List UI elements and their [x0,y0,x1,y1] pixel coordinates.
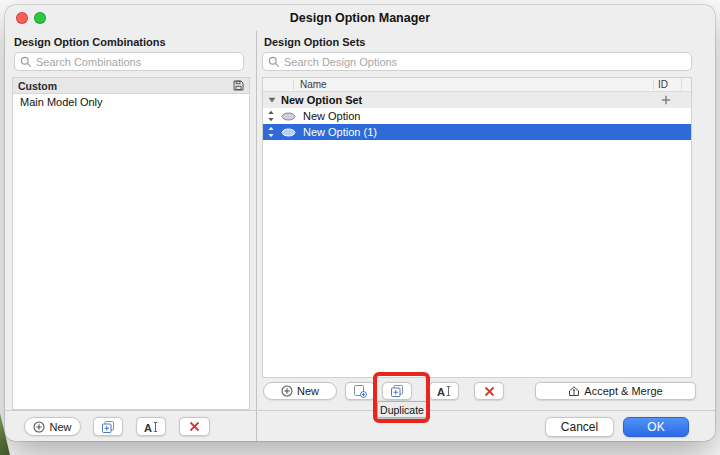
accept-merge-button[interactable]: Accept & Merge [535,382,696,400]
combinations-panel-title: Design Option Combinations [14,36,166,48]
zoom-button[interactable] [34,12,46,24]
reorder-handle-icon[interactable] [267,110,275,122]
table-row[interactable]: New Option [263,108,691,124]
options-search-field[interactable] [262,52,692,71]
titlebar: Design Option Manager [5,5,715,31]
combinations-panel: Design Option Combinations Custom Main M… [5,31,257,441]
cancel-button[interactable]: Cancel [545,417,614,437]
new-option-set-label: New [297,385,319,397]
duplicate-combination-button[interactable] [93,417,123,436]
rename-icon: A [143,421,159,433]
new-option-button[interactable] [345,382,375,400]
new-option-set-button[interactable]: New [263,382,337,400]
rename-option-button[interactable]: A [429,382,459,400]
options-search-input[interactable] [284,56,686,68]
svg-text:A: A [437,386,445,398]
table-row[interactable]: New Option Set [263,92,691,108]
sheet-plus-icon [353,384,367,398]
combinations-search-input[interactable] [36,56,238,68]
save-icon[interactable] [233,80,244,91]
combination-name: Main Model Only [20,96,103,108]
duplicate-icon [101,420,115,434]
svg-text:A: A [144,421,152,433]
search-icon [268,56,280,68]
eye-icon[interactable] [281,128,296,137]
table-row-selected[interactable]: New Option (1) [263,124,691,140]
add-option-icon[interactable] [661,95,671,105]
reorder-handle-icon[interactable] [267,126,275,138]
close-button[interactable] [16,12,28,24]
option-name: New Option (1) [303,126,655,138]
design-option-manager-window: Design Option Manager Design Option Comb… [5,5,715,441]
circle-plus-icon [33,421,45,433]
option-sets-table: Name ID New Option Set [262,77,692,378]
tooltip-label: Duplicate [380,404,424,416]
circle-plus-icon [281,385,293,397]
table-header: Name ID [263,78,691,92]
eye-icon[interactable] [281,112,296,121]
screen: Design Option Manager Design Option Comb… [0,0,720,455]
new-combination-label: New [49,421,71,433]
window-title: Design Option Manager [5,5,715,31]
delete-option-button[interactable] [474,382,504,400]
column-header-name[interactable]: Name [293,79,653,90]
delete-x-icon [484,386,495,397]
option-name: New Option [303,110,655,122]
footer-divider [5,410,715,411]
column-header-id[interactable]: ID [653,79,681,90]
rename-combination-button[interactable]: A [136,417,166,436]
option-sets-panel-title: Design Option Sets [264,36,365,48]
combinations-header-label: Custom [18,80,57,92]
accept-merge-label: Accept & Merge [584,385,662,397]
combinations-search-field[interactable] [14,52,244,71]
duplicate-option-button[interactable] [382,382,412,400]
duplicate-icon [390,384,404,398]
option-set-name: New Option Set [281,94,655,106]
delete-x-icon [189,421,200,432]
search-icon [20,56,32,68]
option-sets-panel: Design Option Sets Name ID [258,31,715,441]
cancel-label: Cancel [561,420,598,434]
ok-button[interactable]: OK [623,417,689,437]
duplicate-tooltip: Duplicate [377,401,427,418]
merge-icon [568,385,580,397]
list-item[interactable]: Main Model Only [13,94,249,111]
delete-combination-button[interactable] [179,417,210,436]
new-combination-button[interactable]: New [24,417,81,436]
combinations-list-header[interactable]: Custom [13,78,249,94]
rename-icon: A [436,385,452,397]
chevron-down-icon[interactable] [268,97,276,103]
combinations-list: Custom Main Model Only [12,77,250,410]
ok-label: OK [647,420,664,434]
